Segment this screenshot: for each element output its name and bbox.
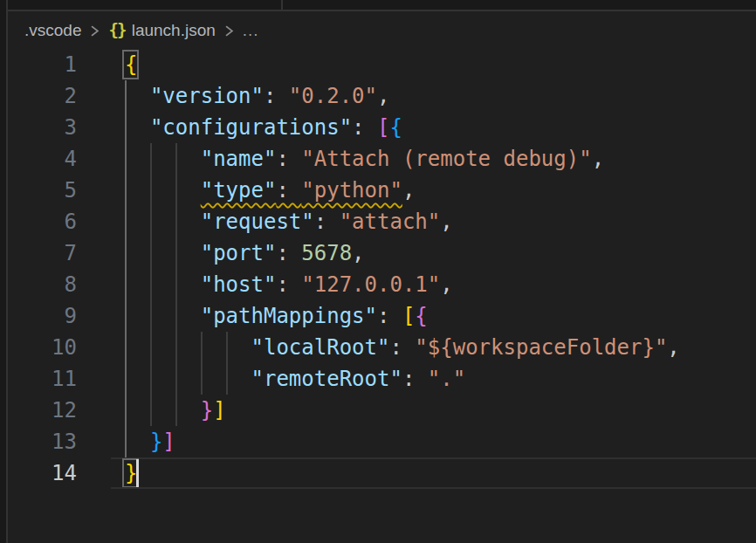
breadcrumb-folder[interactable]: .vscode	[24, 21, 81, 40]
code-line[interactable]: 6 "request": "attach",	[0, 206, 756, 237]
code-line[interactable]: 14}	[0, 457, 756, 489]
code-text: "host": "127.0.0.1",	[125, 269, 453, 300]
code-line[interactable]: 1{	[0, 49, 756, 80]
code-text: "type": "python",	[125, 175, 415, 206]
code-text: "localRoot": "${workspaceFolder}",	[125, 332, 680, 363]
code-line[interactable]: 8 "host": "127.0.0.1",	[0, 269, 756, 300]
line-number[interactable]: 5	[9, 175, 77, 206]
code-text: }]	[125, 395, 226, 426]
line-number[interactable]: 2	[9, 80, 77, 112]
line-number[interactable]: 12	[9, 395, 77, 426]
text-cursor	[136, 459, 139, 487]
code-line[interactable]: 9 "pathMappings": [{	[0, 300, 756, 332]
line-number[interactable]: 14	[9, 457, 77, 489]
json-file-icon: {}	[108, 20, 125, 39]
tab-divider	[281, 0, 283, 10]
breadcrumb: .vscode {} launch.json ...	[8, 11, 756, 49]
code-text: "name": "Attach (remote debug)",	[125, 143, 604, 175]
warning-squiggle: "type": "python"	[201, 178, 402, 203]
code-line[interactable]: 2 "version": "0.2.0",	[0, 80, 756, 112]
code-line[interactable]: 4 "name": "Attach (remote debug)",	[0, 143, 756, 175]
line-number[interactable]: 9	[9, 300, 77, 332]
code-text: "request": "attach",	[125, 206, 453, 237]
breadcrumb-symbol[interactable]: ...	[243, 21, 259, 40]
code-text: "remoteRoot": "."	[125, 363, 465, 395]
code-line[interactable]: 11 "remoteRoot": "."	[0, 363, 756, 395]
bracket-match-box	[122, 50, 139, 79]
line-number[interactable]: 8	[9, 269, 77, 300]
vscode-editor: .vscode {} launch.json ... 1{2 "version"…	[0, 0, 756, 543]
breadcrumb-file[interactable]: {} launch.json	[108, 20, 215, 40]
tab-bar-edge	[8, 0, 756, 10]
line-number[interactable]: 11	[9, 363, 77, 395]
code-line[interactable]: 10 "localRoot": "${workspaceFolder}",	[0, 332, 756, 363]
chevron-right-icon	[88, 24, 101, 38]
breadcrumb-file-label: launch.json	[132, 21, 216, 39]
code-lines[interactable]: 1{2 "version": "0.2.0",3 "configurations…	[0, 49, 756, 489]
code-line[interactable]: 12 }]	[0, 395, 756, 426]
line-number[interactable]: 4	[9, 143, 77, 175]
code-text: "configurations": [{	[125, 112, 402, 143]
code-line[interactable]: 13 }]	[0, 426, 756, 457]
line-number[interactable]: 7	[9, 237, 77, 269]
chevron-right-icon	[223, 24, 236, 38]
code-text: "port": 5678,	[125, 237, 365, 269]
line-number[interactable]: 13	[9, 426, 77, 457]
line-number[interactable]: 1	[9, 49, 77, 80]
code-text: }]	[125, 426, 175, 457]
code-line[interactable]: 7 "port": 5678,	[0, 237, 756, 269]
line-number[interactable]: 10	[9, 332, 77, 363]
code-line[interactable]: 5 "type": "python",	[0, 175, 756, 206]
line-number[interactable]: 3	[9, 112, 77, 143]
code-text: "pathMappings": [{	[125, 300, 428, 332]
code-text: "version": "0.2.0",	[125, 80, 389, 112]
line-number[interactable]: 6	[9, 206, 77, 237]
code-line[interactable]: 3 "configurations": [{	[0, 112, 756, 143]
